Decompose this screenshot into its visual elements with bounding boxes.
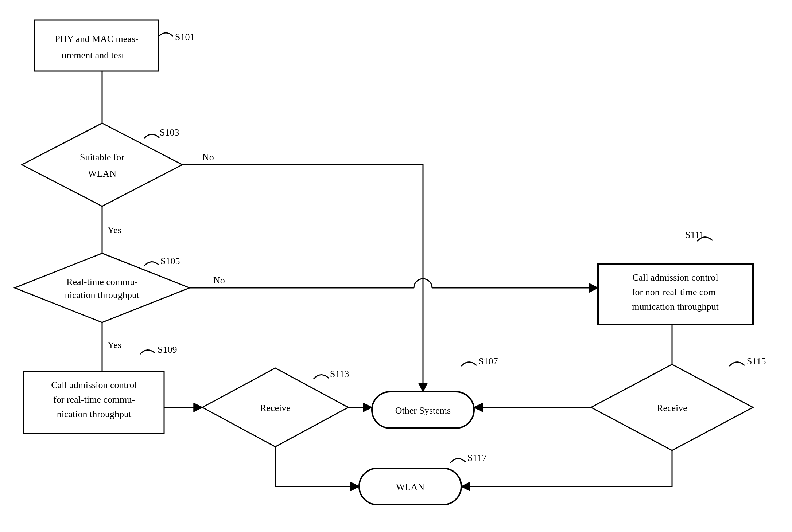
- s111-ref: S111: [685, 230, 704, 240]
- s103-ref: S103: [160, 127, 179, 138]
- edge-s115-s117: [461, 450, 672, 486]
- s107-ref: S107: [478, 356, 498, 367]
- s101-ref: S101: [175, 32, 194, 42]
- edge-s105-yes: Yes: [102, 322, 121, 372]
- edge-s103-yes: Yes: [102, 206, 121, 253]
- edge-s113-s117: [275, 447, 359, 486]
- edge-s103-no: No: [182, 152, 423, 392]
- s103-line2: WLAN: [88, 168, 116, 179]
- node-s109-process: Call admission control for real-time com…: [24, 344, 177, 434]
- s115-line1: Receive: [657, 403, 687, 413]
- node-s115-decision: Receive S115: [591, 356, 766, 450]
- s105-line2: nication throughput: [65, 290, 140, 300]
- node-s113-decision: Receive S113: [202, 368, 349, 447]
- s103-line1: Suitable for: [80, 152, 124, 163]
- s109-line3: nication throughput: [57, 409, 132, 419]
- svg-marker-1: [22, 123, 182, 206]
- s107-line1: Other Systems: [395, 405, 451, 416]
- s105-line1: Real-time commu-: [66, 277, 138, 287]
- s101-line2: urement and test: [62, 50, 125, 60]
- svg-rect-0: [35, 20, 159, 71]
- node-s103-decision: Suitable for WLAN S103: [22, 123, 182, 206]
- flowchart-canvas: PHY and MAC meas- urement and test S101 …: [0, 0, 792, 532]
- node-s107-terminator: Other Systems S107: [372, 356, 498, 428]
- s117-line1: WLAN: [396, 482, 424, 492]
- node-s117-terminator: WLAN S117: [359, 453, 487, 505]
- s109-ref: S109: [158, 344, 177, 355]
- s115-ref: S115: [747, 356, 766, 367]
- s105-yes-label: Yes: [108, 340, 121, 350]
- edge-s105-no: No: [190, 275, 598, 288]
- s101-line1: PHY and MAC meas-: [55, 34, 138, 44]
- s111-line2: for non-real-time com-: [632, 287, 719, 297]
- node-s111-process: Call admission control for non-real-time…: [598, 230, 753, 324]
- s117-ref: S117: [467, 453, 487, 463]
- s113-ref: S113: [330, 369, 349, 379]
- s105-ref: S105: [160, 256, 180, 266]
- node-s101-process: PHY and MAC meas- urement and test S101: [35, 20, 194, 71]
- s111-line3: munication throughput: [632, 301, 719, 312]
- s109-line1: Call admission control: [51, 380, 137, 390]
- s105-no-label: No: [213, 275, 225, 286]
- s111-line1: Call admission control: [632, 272, 718, 283]
- s103-no-label: No: [202, 152, 214, 163]
- node-s105-decision: Real-time commu- nication throughput S10…: [15, 253, 190, 322]
- s103-yes-label: Yes: [108, 225, 121, 235]
- s109-line2: for real-time commu-: [53, 394, 135, 405]
- s113-line1: Receive: [260, 403, 291, 413]
